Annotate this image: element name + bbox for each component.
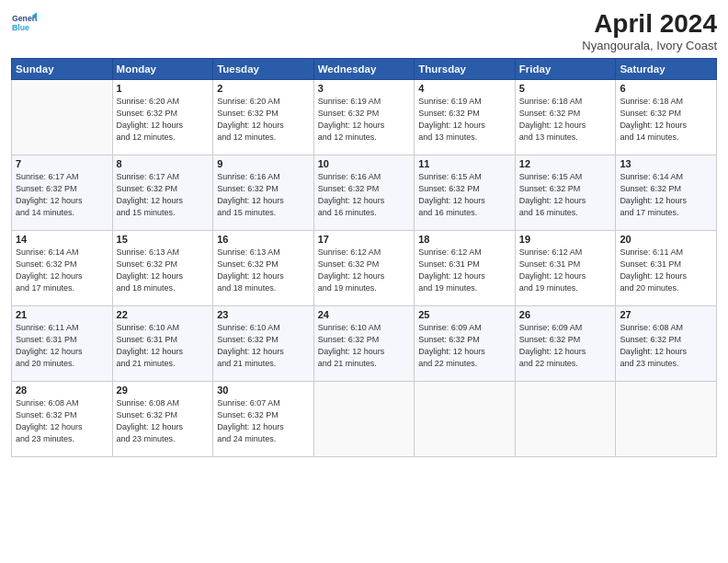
day-number: 29 xyxy=(117,385,210,396)
day-number: 7 xyxy=(16,158,108,169)
logo: General Blue xyxy=(11,9,37,35)
day-detail: Sunrise: 6:11 AM Sunset: 6:31 PM Dayligh… xyxy=(620,247,712,294)
day-detail: Sunrise: 6:08 AM Sunset: 6:32 PM Dayligh… xyxy=(16,397,108,445)
day-detail: Sunrise: 6:08 AM Sunset: 6:32 PM Dayligh… xyxy=(117,397,210,445)
calendar-cell: 30Sunrise: 6:07 AM Sunset: 6:32 PM Dayli… xyxy=(213,382,314,457)
day-detail: Sunrise: 6:15 AM Sunset: 6:32 PM Dayligh… xyxy=(418,171,511,219)
day-header-tuesday: Tuesday xyxy=(213,59,314,80)
calendar-cell: 21Sunrise: 6:11 AM Sunset: 6:31 PM Dayli… xyxy=(12,306,113,382)
calendar-cell: 10Sunrise: 6:16 AM Sunset: 6:32 PM Dayli… xyxy=(313,155,415,231)
calendar-cell: 13Sunrise: 6:14 AM Sunset: 6:32 PM Dayli… xyxy=(616,155,717,231)
calendar-cell: 12Sunrise: 6:15 AM Sunset: 6:32 PM Dayli… xyxy=(515,155,616,231)
calendar-cell xyxy=(313,382,415,457)
calendar-cell: 23Sunrise: 6:10 AM Sunset: 6:32 PM Dayli… xyxy=(213,306,314,382)
calendar-table: SundayMondayTuesdayWednesdayThursdayFrid… xyxy=(11,58,717,457)
calendar-header-row: SundayMondayTuesdayWednesdayThursdayFrid… xyxy=(12,59,717,80)
day-number: 28 xyxy=(16,385,108,396)
calendar-cell: 29Sunrise: 6:08 AM Sunset: 6:32 PM Dayli… xyxy=(112,382,213,457)
calendar-cell: 27Sunrise: 6:08 AM Sunset: 6:32 PM Dayli… xyxy=(616,306,717,382)
day-number: 27 xyxy=(620,309,712,320)
day-number: 25 xyxy=(418,309,511,320)
day-number: 18 xyxy=(418,234,511,245)
week-row-3: 14Sunrise: 6:14 AM Sunset: 6:32 PM Dayli… xyxy=(12,231,717,306)
day-detail: Sunrise: 6:08 AM Sunset: 6:32 PM Dayligh… xyxy=(620,322,712,370)
day-header-sunday: Sunday xyxy=(12,59,113,80)
day-detail: Sunrise: 6:07 AM Sunset: 6:32 PM Dayligh… xyxy=(217,397,310,445)
day-detail: Sunrise: 6:12 AM Sunset: 6:32 PM Dayligh… xyxy=(318,247,411,294)
day-detail: Sunrise: 6:10 AM Sunset: 6:32 PM Dayligh… xyxy=(318,322,411,370)
day-number: 10 xyxy=(318,158,411,169)
week-row-4: 21Sunrise: 6:11 AM Sunset: 6:31 PM Dayli… xyxy=(12,306,717,382)
calendar-cell: 4Sunrise: 6:19 AM Sunset: 6:32 PM Daylig… xyxy=(415,80,516,155)
day-number: 1 xyxy=(117,83,210,94)
day-detail: Sunrise: 6:20 AM Sunset: 6:32 PM Dayligh… xyxy=(117,96,210,144)
day-number: 23 xyxy=(217,309,310,320)
day-number: 21 xyxy=(16,309,108,320)
day-number: 4 xyxy=(418,83,511,94)
calendar-cell: 8Sunrise: 6:17 AM Sunset: 6:32 PM Daylig… xyxy=(112,155,213,231)
day-number: 3 xyxy=(318,83,411,94)
day-detail: Sunrise: 6:09 AM Sunset: 6:32 PM Dayligh… xyxy=(418,322,511,370)
day-header-monday: Monday xyxy=(112,59,213,80)
day-detail: Sunrise: 6:18 AM Sunset: 6:32 PM Dayligh… xyxy=(620,96,712,144)
day-header-wednesday: Wednesday xyxy=(313,59,415,80)
day-number: 13 xyxy=(620,158,712,169)
day-number: 15 xyxy=(117,234,210,245)
logo-icon: General Blue xyxy=(11,9,37,35)
calendar-cell: 6Sunrise: 6:18 AM Sunset: 6:32 PM Daylig… xyxy=(616,80,717,155)
calendar-cell: 19Sunrise: 6:12 AM Sunset: 6:31 PM Dayli… xyxy=(515,231,616,306)
calendar-cell: 7Sunrise: 6:17 AM Sunset: 6:32 PM Daylig… xyxy=(12,155,113,231)
day-detail: Sunrise: 6:09 AM Sunset: 6:32 PM Dayligh… xyxy=(519,322,612,370)
location-subtitle: Nyangourala, Ivory Coast xyxy=(582,39,717,52)
day-header-friday: Friday xyxy=(515,59,616,80)
day-number: 24 xyxy=(318,309,411,320)
day-detail: Sunrise: 6:20 AM Sunset: 6:32 PM Dayligh… xyxy=(217,96,310,144)
calendar-cell: 25Sunrise: 6:09 AM Sunset: 6:32 PM Dayli… xyxy=(415,306,516,382)
day-number: 12 xyxy=(519,158,612,169)
month-title: April 2024 xyxy=(582,9,717,39)
day-detail: Sunrise: 6:14 AM Sunset: 6:32 PM Dayligh… xyxy=(16,247,108,294)
title-area: April 2024 Nyangourala, Ivory Coast xyxy=(582,9,717,52)
day-number: 11 xyxy=(418,158,511,169)
calendar-cell: 26Sunrise: 6:09 AM Sunset: 6:32 PM Dayli… xyxy=(515,306,616,382)
day-detail: Sunrise: 6:18 AM Sunset: 6:32 PM Dayligh… xyxy=(519,96,612,144)
calendar-cell xyxy=(616,382,717,457)
day-number: 8 xyxy=(117,158,210,169)
calendar-cell: 22Sunrise: 6:10 AM Sunset: 6:31 PM Dayli… xyxy=(112,306,213,382)
day-detail: Sunrise: 6:19 AM Sunset: 6:32 PM Dayligh… xyxy=(318,96,411,144)
day-number: 14 xyxy=(16,234,108,245)
day-detail: Sunrise: 6:19 AM Sunset: 6:32 PM Dayligh… xyxy=(418,96,511,144)
calendar-cell: 20Sunrise: 6:11 AM Sunset: 6:31 PM Dayli… xyxy=(616,231,717,306)
day-detail: Sunrise: 6:17 AM Sunset: 6:32 PM Dayligh… xyxy=(117,171,210,219)
day-header-saturday: Saturday xyxy=(616,59,717,80)
calendar-cell: 9Sunrise: 6:16 AM Sunset: 6:32 PM Daylig… xyxy=(213,155,314,231)
header: General Blue April 2024 Nyangourala, Ivo… xyxy=(11,9,717,52)
day-number: 26 xyxy=(519,309,612,320)
day-number: 5 xyxy=(519,83,612,94)
day-detail: Sunrise: 6:11 AM Sunset: 6:31 PM Dayligh… xyxy=(16,322,108,370)
day-number: 9 xyxy=(217,158,310,169)
calendar-cell: 5Sunrise: 6:18 AM Sunset: 6:32 PM Daylig… xyxy=(515,80,616,155)
day-detail: Sunrise: 6:17 AM Sunset: 6:32 PM Dayligh… xyxy=(16,171,108,219)
day-detail: Sunrise: 6:15 AM Sunset: 6:32 PM Dayligh… xyxy=(519,171,612,219)
day-detail: Sunrise: 6:12 AM Sunset: 6:31 PM Dayligh… xyxy=(519,247,612,294)
calendar-body: 1Sunrise: 6:20 AM Sunset: 6:32 PM Daylig… xyxy=(12,80,717,457)
calendar-cell: 11Sunrise: 6:15 AM Sunset: 6:32 PM Dayli… xyxy=(415,155,516,231)
day-detail: Sunrise: 6:16 AM Sunset: 6:32 PM Dayligh… xyxy=(217,171,310,219)
day-header-thursday: Thursday xyxy=(415,59,516,80)
calendar-cell: 1Sunrise: 6:20 AM Sunset: 6:32 PM Daylig… xyxy=(112,80,213,155)
day-detail: Sunrise: 6:10 AM Sunset: 6:31 PM Dayligh… xyxy=(117,322,210,370)
calendar-cell xyxy=(515,382,616,457)
calendar-cell: 16Sunrise: 6:13 AM Sunset: 6:32 PM Dayli… xyxy=(213,231,314,306)
calendar-cell xyxy=(415,382,516,457)
day-detail: Sunrise: 6:13 AM Sunset: 6:32 PM Dayligh… xyxy=(217,247,310,294)
day-number: 2 xyxy=(217,83,310,94)
day-number: 6 xyxy=(620,83,712,94)
calendar-cell xyxy=(12,80,113,155)
calendar-cell: 14Sunrise: 6:14 AM Sunset: 6:32 PM Dayli… xyxy=(12,231,113,306)
svg-text:Blue: Blue xyxy=(12,23,29,32)
calendar-cell: 2Sunrise: 6:20 AM Sunset: 6:32 PM Daylig… xyxy=(213,80,314,155)
calendar-cell: 17Sunrise: 6:12 AM Sunset: 6:32 PM Dayli… xyxy=(313,231,415,306)
week-row-5: 28Sunrise: 6:08 AM Sunset: 6:32 PM Dayli… xyxy=(12,382,717,457)
day-number: 30 xyxy=(217,385,310,396)
